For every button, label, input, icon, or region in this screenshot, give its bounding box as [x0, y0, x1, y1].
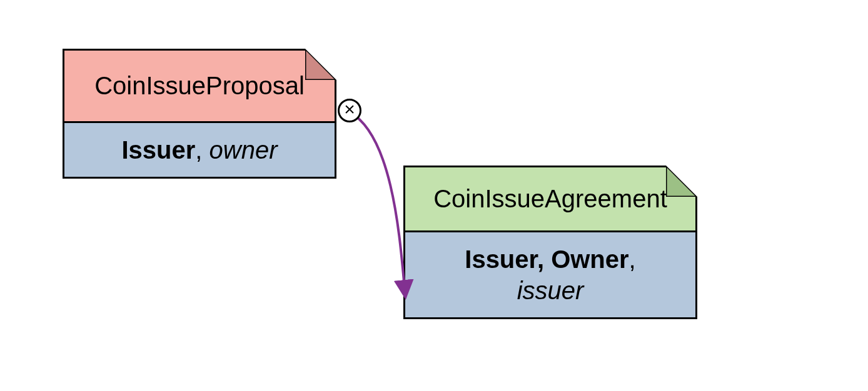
parties-sep: ,: [195, 136, 209, 164]
parties-sep: ,: [629, 245, 636, 273]
parties-observer: issuer: [517, 277, 584, 304]
dog-ear-icon: [666, 166, 697, 197]
node-header: CoinIssueAgreement: [405, 167, 695, 232]
dog-ear-icon: [305, 49, 336, 80]
parties-observer: owner: [209, 136, 278, 164]
node-coin-issue-proposal: CoinIssueProposal Issuer, owner: [63, 49, 336, 179]
parties-signatory: Issuer: [121, 136, 195, 164]
node-parties: Issuer, owner: [64, 123, 335, 177]
node-coin-issue-agreement: CoinIssueAgreement Issuer, Owner, issuer: [403, 166, 697, 319]
node-header: CoinIssueProposal: [64, 51, 335, 123]
parties-signatory: Issuer, Owner: [465, 245, 628, 273]
choice-marker-icon: [338, 99, 361, 122]
node-title: CoinIssueProposal: [94, 72, 305, 99]
node-parties: Issuer, Owner, issuer: [405, 232, 695, 317]
node-title: CoinIssueAgreement: [433, 185, 667, 212]
